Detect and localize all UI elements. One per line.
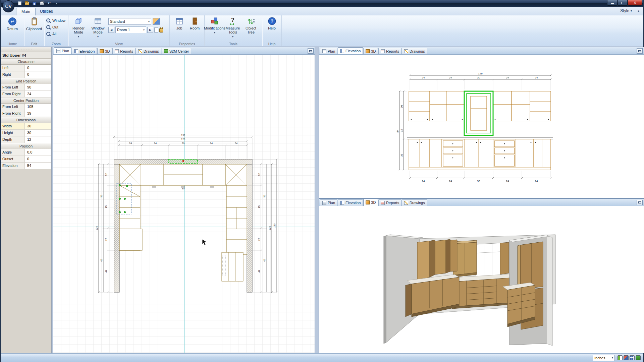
plan-drawing[interactable]: 132 126 24 24 30 24 24 124 57 67 12 45 2…	[53, 55, 315, 353]
three-d-canvas[interactable]	[319, 206, 644, 353]
property-value[interactable]: 39	[25, 110, 51, 117]
svg-text:24: 24	[449, 76, 452, 79]
svg-text:30: 30	[182, 142, 184, 145]
property-value[interactable]: 54	[25, 163, 51, 169]
room-button[interactable]: Room	[187, 16, 203, 30]
ribbon-tab-main[interactable]: Main	[16, 8, 36, 15]
measure-tools-label: Measure Tools	[224, 26, 242, 34]
close-button[interactable]: ×	[628, 0, 642, 6]
maximize-button[interactable]	[618, 0, 628, 6]
property-value[interactable]: 0	[25, 65, 51, 71]
ribbon-tab-utilities[interactable]: Utilities	[35, 8, 58, 15]
title-bar: ↶ ▾ ×	[1, 0, 643, 7]
property-value[interactable]: 0.0	[25, 149, 51, 156]
tab-3d[interactable]: 3D	[363, 199, 378, 206]
svg-text:24: 24	[210, 142, 213, 145]
property-row: Elevation54	[1, 163, 51, 169]
help-button[interactable]: ? Help	[265, 16, 279, 30]
property-value[interactable]: 30	[25, 130, 51, 136]
room-select[interactable]: Room 1▾	[115, 26, 146, 33]
tab-elevation[interactable]: Elevation	[338, 47, 363, 54]
svg-text:124: 124	[268, 226, 271, 231]
lock-icon[interactable]	[159, 28, 163, 33]
plan-canvas[interactable]: 132 126 24 24 30 24 24 124 57 67 12 45 2…	[53, 55, 315, 353]
undo-icon[interactable]: ↶	[46, 1, 52, 6]
base-cabinets-3d[interactable]	[450, 274, 512, 309]
modifications-button[interactable]: Modifications▾	[206, 16, 224, 35]
tab-3d[interactable]: 3D	[97, 48, 112, 54]
property-value[interactable]: 24	[25, 91, 51, 97]
svg-text:44: 44	[258, 270, 261, 273]
elevation-drawing[interactable]: 126 24 24 30 24 24 30 18 36 84 24 24 30 …	[319, 55, 644, 198]
app-logo[interactable]: CV	[2, 0, 14, 12]
tab-label: Drawings	[410, 49, 425, 53]
previous-room-button[interactable]: ◀	[108, 27, 114, 33]
print-icon[interactable]	[39, 1, 45, 6]
property-value[interactable]: 0	[25, 71, 51, 78]
property-value[interactable]: 90	[25, 84, 51, 90]
tab-plan[interactable]: Plan	[320, 199, 337, 206]
object-tree-button[interactable]: Object Tree	[242, 16, 260, 34]
door-icon	[191, 17, 199, 25]
tab-elevation[interactable]: Elevation	[338, 199, 363, 206]
property-value[interactable]: 12	[25, 136, 51, 143]
status-toolbar-icon-3[interactable]	[630, 355, 635, 360]
tab-s2m-center[interactable]: S2M Center	[162, 48, 192, 54]
quick-access-dropdown-icon[interactable]: ▾	[56, 2, 57, 5]
room-select-value: Room 1	[117, 28, 130, 32]
new-page-icon[interactable]	[17, 1, 22, 6]
minimize-button[interactable]	[607, 0, 617, 6]
property-value[interactable]: 0	[25, 156, 51, 162]
peninsula-3d[interactable]	[503, 283, 535, 327]
zoom-window-button[interactable]: Window	[45, 17, 66, 23]
return-button[interactable]: ↩ Return	[3, 16, 21, 31]
cube-3d-icon	[366, 49, 370, 53]
tab-plan[interactable]: Plan	[54, 47, 71, 54]
status-toolbar-icon-4[interactable]	[636, 355, 641, 360]
panel-grip[interactable]: ········	[1, 47, 51, 52]
selected-cabinet[interactable]	[464, 91, 493, 135]
property-value[interactable]: 30	[25, 123, 51, 129]
tab-3d[interactable]: 3D	[363, 48, 378, 54]
window-mode-button[interactable]: Window Mode▾	[89, 16, 107, 39]
three-d-render[interactable]	[319, 206, 644, 353]
units-select[interactable]: Inches▾	[593, 355, 615, 361]
tab-drawings[interactable]: Drawings	[402, 48, 427, 54]
property-row: Depth12	[1, 136, 51, 143]
property-value[interactable]: 105	[25, 104, 51, 110]
page-icon[interactable]	[154, 27, 158, 33]
status-toolbar-icon-2[interactable]	[624, 355, 629, 360]
tab-drawings[interactable]: Drawings	[136, 48, 161, 54]
svg-text:30: 30	[477, 180, 480, 183]
style-palette-icon[interactable]	[153, 18, 160, 25]
property-label: Left	[1, 65, 25, 71]
render-mode-button[interactable]: Render Mode▾	[69, 16, 88, 39]
property-row: From Right24	[1, 91, 51, 98]
zoom-out-button[interactable]: Out	[45, 24, 66, 30]
save-icon[interactable]	[32, 1, 37, 6]
clipboard-button[interactable]: Clipboard	[25, 16, 43, 31]
tab-plan[interactable]: Plan	[320, 48, 337, 54]
tab-reports[interactable]: Reports	[378, 199, 401, 206]
viewport-maximize-button[interactable]	[637, 48, 643, 54]
elevation-canvas[interactable]: 126 24 24 30 24 24 30 18 36 84 24 24 30 …	[319, 55, 644, 198]
svg-text:57: 57	[100, 195, 103, 197]
status-toolbar-icon-1[interactable]	[618, 355, 623, 360]
measure-tools-button[interactable]: ? Measure Tools▾	[224, 16, 242, 39]
tab-elevation[interactable]: Elevation	[72, 48, 97, 54]
next-room-button[interactable]: ▶	[147, 27, 153, 33]
svg-text:24: 24	[422, 180, 425, 183]
render-style-select[interactable]: Standard▾	[108, 18, 151, 25]
elevation-icon	[340, 49, 344, 53]
tab-drawings[interactable]: Drawings	[402, 199, 427, 206]
viewport-maximize-button[interactable]	[637, 200, 643, 205]
job-button[interactable]: Job	[172, 16, 187, 30]
style-button[interactable]: Style▾	[620, 8, 632, 13]
tab-reports[interactable]: Reports	[378, 48, 401, 54]
zoom-all-button[interactable]: All	[45, 31, 66, 37]
ribbon-collapse-icon[interactable]: ▴	[638, 9, 639, 12]
status-icons	[618, 355, 641, 360]
open-folder-icon[interactable]	[24, 1, 30, 6]
viewport-maximize-button[interactable]	[308, 48, 314, 54]
tab-reports[interactable]: Reports	[112, 48, 136, 54]
